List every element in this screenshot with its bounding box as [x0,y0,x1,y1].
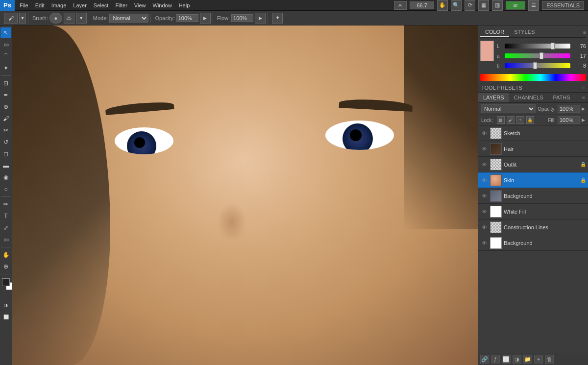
tab-layers[interactable]: LAYERS [478,93,509,102]
zoom-tool-btn[interactable]: 🔍 [451,0,462,11]
menu-select[interactable]: Select [91,1,112,9]
shape-tool[interactable]: ▭ [0,234,11,245]
eyedropper-tool[interactable]: ✒ [0,90,11,100]
history-brush-tool[interactable]: ↺ [0,137,11,147]
text-tool[interactable]: T [0,211,11,221]
screen-mode-icon[interactable]: ⬜ [0,312,11,322]
gradient-tool[interactable]: ▬ [0,160,11,171]
lasso-tool[interactable]: ⌒ [0,51,11,62]
layer-row-white-fill[interactable]: 👁 White Fill [478,204,588,219]
zoom-tool[interactable]: ⊕ [0,261,11,272]
menu-view[interactable]: View [131,1,149,9]
lock-transparency-btn[interactable]: ▦ [497,116,505,124]
layout-btn1[interactable]: ▦ [478,0,489,11]
blend-mode-select[interactable]: Normal Multiply Screen Overlay [481,104,536,113]
color-panel-options[interactable]: ≡ [583,30,586,35]
brush-tool[interactable]: 🖌 [0,113,11,124]
eye-construction[interactable]: 👁 [480,223,488,231]
tool-presets-options[interactable]: ≡ [582,85,585,91]
fill-arrow[interactable]: ▶ [582,118,585,122]
tab-paths[interactable]: PATHS [548,93,575,102]
essentials-btn[interactable]: ESSENTIALS [542,1,584,10]
b-track[interactable] [505,63,570,68]
opacity-arrow[interactable]: ▶ [582,106,585,111]
layer-row-background1[interactable]: 👁 Background [478,188,588,204]
tab-styles[interactable]: STYLES [509,27,539,37]
tool-options-arrow[interactable]: ▼ [19,13,26,24]
path-select-tool[interactable]: ⤢ [0,222,11,233]
layer-mask-btn[interactable]: ⬜ [502,355,511,364]
layer-row-construction[interactable]: 👁 Construction Lines [478,219,588,235]
pen-tool[interactable]: ✏ [0,199,11,210]
magic-wand-tool[interactable]: ✦ [0,63,11,73]
eye-hair[interactable]: 👁 [480,145,488,153]
eye-background1[interactable]: 👁 [480,192,488,200]
move-tool[interactable]: ↖ [0,27,11,38]
adjustment-layer-btn[interactable]: ◑ [513,355,521,364]
mode-select[interactable]: Normal Multiply Screen [109,14,148,23]
tab-channels[interactable]: CHANNELS [509,93,548,102]
context-btn[interactable]: Ai [394,1,407,10]
blur-tool[interactable]: ◉ [0,172,11,183]
eye-background2[interactable]: 👁 [480,239,488,247]
spectrum-bar[interactable] [480,74,586,81]
screen-mode-btn[interactable]: ☰ [528,0,539,11]
opacity-input[interactable] [558,105,580,113]
layout-btn2[interactable]: ▥ [492,0,503,11]
rotate-tool-btn[interactable]: ⟳ [465,0,475,11]
flow-input[interactable] [231,14,253,22]
eye-skin[interactable]: 👁 [480,176,488,184]
eye-white-fill[interactable]: 👁 [480,208,488,216]
canvas-area[interactable] [12,25,478,365]
crop-tool[interactable]: ⊡ [0,78,11,89]
brush-tool-icon[interactable]: 🖌 [4,13,18,24]
bridge-btn[interactable]: Br [506,1,525,10]
layer-group-btn[interactable]: 📁 [523,355,532,364]
new-layer-btn[interactable]: + [534,355,543,364]
eraser-tool[interactable]: ◻ [0,148,11,159]
menu-filter[interactable]: Filter [112,1,130,9]
menu-help[interactable]: Help [176,1,193,9]
color-swatches[interactable] [2,278,10,286]
eye-outfit[interactable]: 👁 [480,161,488,169]
marquee-tool[interactable]: ▭ [0,39,11,50]
lock-position-btn[interactable]: + [516,116,524,124]
lock-all-btn[interactable]: 🔒 [526,116,534,124]
l-track[interactable] [505,44,570,49]
tab-color[interactable]: COLOR [480,27,509,37]
brush-preview[interactable]: ● [49,13,62,24]
lock-pixels-btn[interactable]: 🖌 [507,116,514,124]
hand-tool-btn[interactable]: ✋ [437,0,448,11]
flow-dropdown[interactable]: ▶ [255,13,266,24]
dodge-tool[interactable]: ○ [0,184,11,195]
opacity-dropdown[interactable]: ▶ [200,13,211,24]
quick-mask-btn[interactable]: ◑ [0,300,11,311]
clone-tool[interactable]: ✂ [0,125,11,136]
eye-sketch[interactable]: 👁 [480,129,488,137]
layer-row-hair[interactable]: 👁 Hair [478,141,588,157]
menu-layer[interactable]: Layer [70,1,90,9]
layers-options-btn[interactable]: ≡ [582,95,588,100]
layer-row-sketch[interactable]: 👁 Sketch [478,125,588,141]
menu-edit[interactable]: Edit [32,1,48,9]
zoom-input[interactable]: 66.7 [410,1,434,9]
airbrush-btn[interactable]: ✦ [272,13,283,24]
healing-tool[interactable]: ⊕ [0,101,11,112]
menu-file[interactable]: File [17,1,31,9]
fill-input[interactable] [558,116,580,124]
menu-window[interactable]: Window [150,1,175,9]
layer-style-btn[interactable]: ƒ [491,355,500,364]
tool-presets-header[interactable]: TOOL PRESETS ≡ [478,83,588,92]
a-track[interactable] [505,53,570,58]
color-swatch[interactable] [480,41,494,61]
brush-dropdown[interactable]: ▼ [76,13,87,24]
opacity-input[interactable] [176,14,198,22]
foreground-color[interactable] [2,278,10,286]
link-layers-btn[interactable]: 🔗 [480,355,489,364]
delete-layer-btn[interactable]: 🗑 [545,355,554,364]
layer-row-skin[interactable]: 👁 Skin 🔒 [478,172,588,188]
layer-row-background2[interactable]: 👁 Background [478,235,588,251]
hand-tool[interactable]: ✋ [0,249,11,260]
menu-image[interactable]: Image [49,1,70,9]
layer-row-outfit[interactable]: 👁 Outfit 🔒 [478,157,588,172]
